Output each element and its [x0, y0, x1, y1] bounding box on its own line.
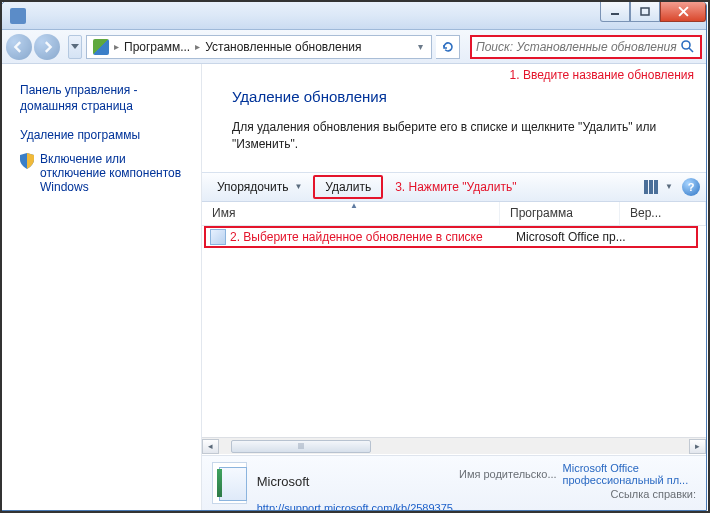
navbar: ▸ Программ... ▸ Установленные обновления…	[2, 30, 706, 64]
address-dropdown-icon[interactable]: ▾	[412, 41, 429, 52]
details-vendor: Microsoft	[257, 474, 453, 489]
svg-point-2	[682, 41, 690, 49]
annotation-step3: 3. Нажмите "Удалить"	[395, 180, 516, 194]
back-button[interactable]	[6, 34, 32, 60]
search-icon[interactable]	[680, 39, 696, 55]
command-bar: Упорядочить ▼ Удалить 3. Нажмите "Удалит…	[202, 172, 706, 202]
crumb-separator-icon: ▸	[113, 41, 120, 52]
page-title: Удаление обновления	[232, 88, 682, 105]
breadcrumb-programs[interactable]: Программ...	[120, 40, 194, 54]
titlebar	[2, 2, 706, 30]
list-item-program: Microsoft Office пр...	[516, 230, 636, 244]
control-panel-icon	[93, 39, 109, 55]
window-icon	[10, 8, 26, 24]
nav-arrows	[6, 34, 60, 60]
details-parent-value: Microsoft Office профессиональный пл...	[563, 462, 696, 486]
minimize-button[interactable]	[600, 2, 630, 22]
scrollbar-track[interactable]	[219, 439, 689, 454]
details-help-link[interactable]: http://support.microsoft.com/kb/2589375	[257, 502, 453, 511]
page-description: Для удаления обновления выберите его в с…	[232, 119, 682, 154]
maximize-button[interactable]	[630, 2, 660, 22]
column-header-version[interactable]: Вер...	[620, 202, 706, 225]
annotation-step2: 2. Выберите найденное обновление в списк…	[230, 230, 516, 244]
svg-rect-1	[641, 8, 649, 15]
scroll-right-button[interactable]: ▸	[689, 439, 706, 454]
svg-rect-0	[611, 13, 619, 15]
windows-features-link[interactable]: Включение или отключение компонентов Win…	[40, 152, 191, 194]
close-button[interactable]	[660, 2, 706, 22]
sidebar: Панель управления - домашняя страница Уд…	[2, 64, 202, 510]
refresh-button[interactable]	[436, 35, 460, 59]
search-box[interactable]	[470, 35, 702, 59]
window-controls	[600, 2, 706, 22]
control-panel-home-link[interactable]: Панель управления - домашняя страница	[20, 82, 191, 114]
chevron-down-icon: ▼	[294, 182, 302, 191]
shield-icon	[20, 153, 34, 169]
breadcrumb-installed-updates[interactable]: Установленные обновления	[201, 40, 365, 54]
organize-label: Упорядочить	[217, 180, 288, 194]
uninstall-button[interactable]: Удалить	[313, 175, 383, 199]
update-large-icon	[212, 462, 247, 504]
svg-line-3	[689, 48, 693, 52]
details-pane: Microsoft Имя родительско... Microsoft O…	[202, 455, 706, 510]
crumb-separator-icon: ▸	[194, 41, 201, 52]
column-headers: ▲ Имя Программа Вер...	[202, 202, 706, 226]
uninstall-label: Удалить	[325, 180, 371, 194]
list-item[interactable]: 2. Выберите найденное обновление в списк…	[204, 226, 698, 248]
sort-indicator-icon: ▲	[350, 201, 358, 210]
recent-locations-button[interactable]	[68, 35, 82, 59]
view-options-button[interactable]: ▼	[641, 177, 676, 197]
scroll-left-button[interactable]: ◂	[202, 439, 219, 454]
uninstall-program-link[interactable]: Удаление программы	[20, 128, 191, 142]
organize-button[interactable]: Упорядочить ▼	[208, 175, 311, 199]
forward-button[interactable]	[34, 34, 60, 60]
horizontal-scrollbar[interactable]: ◂ ▸	[202, 437, 706, 454]
address-bar[interactable]: ▸ Программ... ▸ Установленные обновления…	[86, 35, 432, 59]
column-header-program[interactable]: Программа	[500, 202, 620, 225]
details-help-label: Ссылка справки:	[563, 488, 696, 500]
content-area: Удаление обновления Для удаления обновле…	[202, 64, 706, 510]
scrollbar-thumb[interactable]	[231, 440, 371, 453]
explorer-window: ▸ Программ... ▸ Установленные обновления…	[1, 1, 707, 511]
search-input[interactable]	[476, 40, 680, 54]
details-view-icon	[644, 180, 662, 194]
help-button[interactable]: ?	[682, 178, 700, 196]
chevron-down-icon: ▼	[665, 182, 673, 191]
update-item-icon	[210, 229, 226, 245]
details-parent-label: Имя родительско...	[459, 468, 557, 480]
